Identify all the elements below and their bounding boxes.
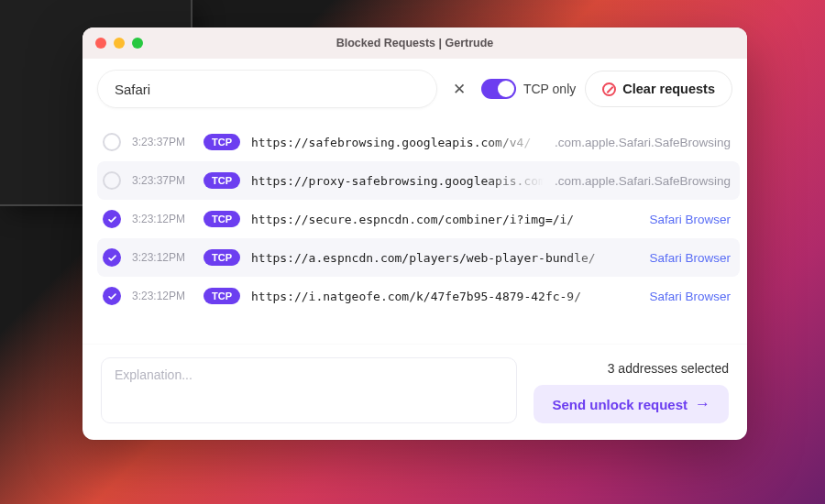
- footer: 3 addresses selected Send unlock request…: [82, 344, 747, 440]
- request-app: .com.apple.Safari.SafeBrowsing: [555, 174, 731, 188]
- request-row[interactable]: 3:23:37PMTCPhttps://safebrowsing.googlea…: [97, 123, 740, 161]
- tcp-only-control: TCP only: [481, 79, 576, 99]
- footer-actions: 3 addresses selected Send unlock request…: [534, 357, 729, 423]
- request-time: 3:23:12PM: [132, 251, 192, 264]
- select-checkbox[interactable]: [103, 210, 121, 228]
- request-app: Safari Browser: [649, 251, 731, 265]
- toolbar: ✕ TCP only Clear requests: [82, 59, 747, 117]
- titlebar: Blocked Requests | Gertrude: [82, 27, 747, 59]
- check-icon: [107, 214, 117, 225]
- request-app: Safari Browser: [649, 290, 731, 303]
- check-icon: [107, 291, 117, 301]
- request-time: 3:23:12PM: [132, 213, 192, 225]
- protocol-badge: TCP: [204, 211, 240, 227]
- send-unlock-request-button[interactable]: Send unlock request →: [534, 385, 729, 423]
- selected-count: 3 addresses selected: [608, 361, 729, 376]
- request-time: 3:23:12PM: [132, 290, 192, 302]
- request-time: 3:23:37PM: [132, 136, 192, 148]
- arrow-right-icon: →: [695, 395, 710, 413]
- request-url: https://a.espncdn.com/players/web-player…: [251, 251, 638, 265]
- select-checkbox[interactable]: [103, 287, 121, 305]
- select-checkbox[interactable]: [103, 133, 121, 151]
- tcp-only-toggle[interactable]: [481, 79, 516, 99]
- tcp-only-label: TCP only: [523, 82, 576, 96]
- request-app: Safari Browser: [649, 213, 731, 226]
- select-checkbox[interactable]: [103, 248, 121, 267]
- request-url: https://secure.espncdn.com/combiner/i?im…: [251, 213, 638, 226]
- protocol-badge: TCP: [204, 172, 240, 189]
- request-row[interactable]: 3:23:37PMTCPhttps://proxy-safebrowsing.g…: [97, 161, 740, 200]
- request-app: .com.apple.Safari.SafeBrowsing: [555, 136, 731, 149]
- clear-search-button[interactable]: ✕: [446, 76, 472, 102]
- protocol-badge: TCP: [204, 288, 240, 304]
- protocol-badge: TCP: [204, 134, 240, 150]
- zoom-window-button[interactable]: [132, 38, 143, 49]
- minimize-window-button[interactable]: [114, 38, 125, 49]
- window-title: Blocked Requests | Gertrude: [82, 37, 747, 49]
- toggle-knob: [498, 81, 514, 97]
- traffic-lights: [82, 38, 143, 49]
- close-icon: ✕: [453, 81, 466, 98]
- clear-requests-button[interactable]: Clear requests: [585, 71, 732, 107]
- search-input[interactable]: [97, 70, 437, 108]
- request-row[interactable]: 3:23:12PMTCPhttps://a.espncdn.com/player…: [97, 238, 740, 277]
- request-row[interactable]: 3:23:12PMTCPhttps://i.natgeofe.com/k/47f…: [97, 277, 740, 315]
- clear-requests-label: Clear requests: [622, 82, 715, 96]
- send-label: Send unlock request: [552, 397, 688, 412]
- request-url: https://safebrowsing.googleapis.com/v4/: [251, 136, 544, 149]
- protocol-badge: TCP: [204, 249, 240, 266]
- request-row[interactable]: 3:23:12PMTCPhttps://secure.espncdn.com/c…: [97, 200, 740, 238]
- explanation-input[interactable]: [101, 357, 517, 423]
- request-list[interactable]: 3:23:37PMTCPhttps://safebrowsing.googlea…: [82, 117, 747, 344]
- request-url: https://proxy-safebrowsing.googleapis.co…: [251, 174, 544, 188]
- select-checkbox[interactable]: [103, 171, 121, 190]
- request-url: https://i.natgeofe.com/k/47fe7b95-4879-4…: [251, 290, 638, 303]
- close-window-button[interactable]: [95, 38, 106, 49]
- check-icon: [107, 253, 117, 263]
- prohibited-icon: [602, 82, 616, 96]
- app-window: Blocked Requests | Gertrude ✕ TCP only C…: [82, 27, 747, 440]
- request-time: 3:23:37PM: [132, 174, 192, 187]
